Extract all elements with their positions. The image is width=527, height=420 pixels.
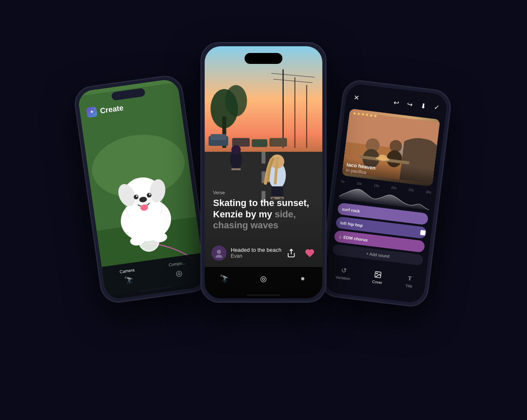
cover-photo-card: taco heaven in pacifica [342, 108, 440, 186]
phone-left: ✦ Create Camera Compo... 🔭 ◎ [72, 73, 211, 305]
svg-rect-28 [269, 138, 287, 147]
phone-center-screen: Verse Skating to the sunset, Kenzie by m… [205, 46, 322, 298]
svg-point-43 [216, 255, 222, 258]
redo-icon[interactable]: ↪ [404, 98, 416, 110]
time-30s: 30s [426, 190, 432, 194]
right-header: ✕ ↩ ↪ ⬇ ✓ [351, 92, 442, 113]
lyrics-container: Verse Skating to the sunset, Kenzie by m… [213, 190, 314, 231]
svg-rect-35 [231, 168, 240, 170]
time-10s: 10s [356, 181, 362, 186]
variation-label: Variation [335, 275, 350, 281]
svg-point-42 [217, 250, 221, 254]
dynamic-island [245, 53, 282, 64]
lyric-section-label: Verse [213, 190, 314, 195]
confirm-icon[interactable]: ✓ [431, 101, 442, 113]
variation-icon: ↺ [339, 265, 349, 276]
compose-tab[interactable]: Compo... [168, 260, 186, 267]
center-bottom-nav: 🔭 ◎ ● [205, 267, 322, 298]
action-icons [285, 247, 316, 259]
light-1 [353, 112, 355, 114]
time-20s: 20s [391, 185, 397, 190]
lyric-line1: Skating to the sunset, [213, 198, 309, 208]
profile-nav-icon[interactable]: ● [297, 273, 308, 285]
close-button[interactable]: ✕ [351, 92, 362, 103]
lyric-text: Skating to the sunset, Kenzie by my side… [213, 198, 314, 231]
track-handle[interactable] [420, 230, 426, 235]
lofi-label: lofi hip hop [340, 220, 363, 227]
camera-tab-label: Camera [119, 267, 135, 274]
avatar-icon [214, 248, 224, 258]
svg-point-23 [225, 85, 247, 116]
lyric-line3: chasing waves [213, 220, 278, 230]
user-info: Headed to the beach Evan [231, 247, 285, 259]
tracks-area: surf rock lofi hip hop ♫ EDM chorus + Ad… [332, 202, 429, 265]
phone-center: Verse Skating to the sunset, Kenzie by m… [200, 42, 327, 303]
center-scene-svg [205, 46, 322, 210]
share-icon[interactable] [285, 247, 297, 259]
surf-rock-label: surf rock [342, 206, 360, 213]
user-avatar [211, 246, 227, 261]
phone-right-screen: ✕ ↩ ↪ ⬇ ✓ [322, 83, 448, 304]
download-icon[interactable]: ⬇ [418, 100, 429, 111]
time-5s: 5s [341, 179, 345, 183]
lyric-highlight: side, [275, 209, 296, 219]
create-nav-icon[interactable]: ◎ [258, 273, 269, 285]
light-3 [362, 113, 364, 115]
svg-rect-27 [252, 139, 267, 147]
right-bottom-nav: ↺ Variation Cover T Title [322, 260, 426, 304]
light-4 [366, 114, 368, 116]
variation-nav-item[interactable]: ↺ Variation [335, 265, 352, 281]
add-sound-label: + Add sound [366, 251, 390, 259]
time-15s: 15s [374, 183, 379, 188]
compose-icon[interactable]: ◎ [174, 268, 184, 278]
title-nav-item[interactable]: T Title [404, 273, 415, 288]
explore-nav-icon[interactable]: 🔭 [219, 273, 230, 285]
like-icon[interactable] [304, 247, 316, 259]
undo-icon[interactable]: ↩ [391, 97, 402, 108]
edm-label: EDM chorus [343, 235, 368, 242]
song-title: Headed to the beach [231, 247, 285, 253]
user-bar: Headed to the beach Evan [211, 246, 316, 261]
svg-rect-25 [211, 134, 226, 140]
lyric-line2: Kenzie by my [213, 209, 275, 219]
camera-tab[interactable]: Camera [119, 267, 135, 274]
create-logo-icon: ✦ [86, 106, 97, 118]
cover-nav-item[interactable]: Cover [372, 269, 384, 285]
header-actions: ↩ ↪ ⬇ ✓ [391, 97, 442, 113]
svg-line-20 [273, 79, 312, 82]
explore-icon[interactable]: 🔭 [124, 275, 134, 285]
phone-right: ✕ ↩ ↪ ⬇ ✓ [318, 78, 453, 309]
svg-point-55 [377, 273, 378, 274]
phone-left-screen: ✦ Create Camera Compo... 🔭 ◎ [77, 78, 206, 300]
title-icon: T [405, 273, 415, 284]
light-6 [374, 115, 376, 116]
artist-name: Evan [231, 253, 285, 259]
light-2 [358, 113, 359, 114]
cover-nav-label: Cover [372, 279, 382, 285]
light-5 [370, 114, 372, 116]
image-icon [374, 270, 382, 279]
svg-line-19 [271, 73, 315, 77]
edm-icon: ♫ [338, 234, 342, 239]
svg-rect-30 [261, 152, 265, 164]
svg-point-34 [231, 145, 240, 154]
cover-nav-icon [373, 269, 383, 280]
time-25s: 25s [408, 188, 414, 192]
title-nav-label: Title [405, 283, 413, 288]
compose-tab-label: Compo... [168, 260, 186, 267]
